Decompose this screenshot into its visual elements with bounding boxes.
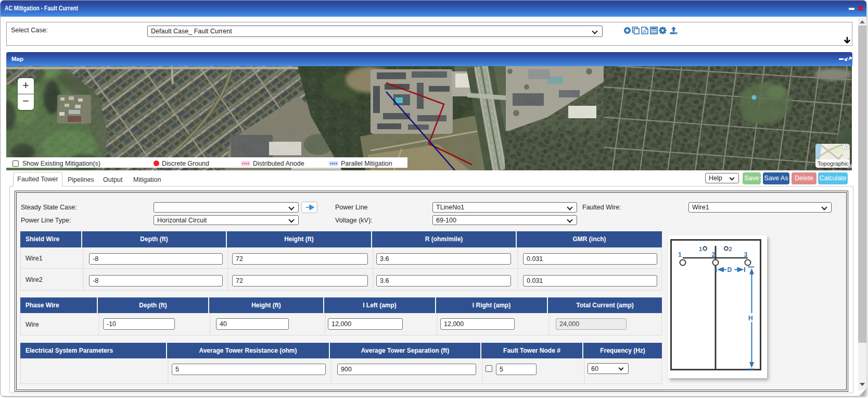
svg-text:D: D [727,266,732,273]
svg-text:22: 22 [844,145,848,149]
svg-text:1: 1 [699,246,702,252]
svg-text:2: 2 [712,251,716,258]
svg-text:H: H [748,315,753,322]
svg-text:Topographic: Topographic [818,160,849,167]
svg-text:2: 2 [729,246,732,252]
svg-text:3: 3 [744,251,748,258]
svg-text:1: 1 [678,251,682,258]
